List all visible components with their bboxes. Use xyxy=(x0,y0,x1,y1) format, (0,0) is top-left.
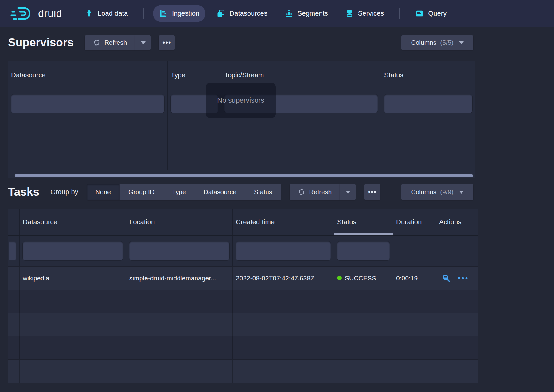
task-actions xyxy=(439,274,468,283)
supervisors-title: Supervisors xyxy=(8,36,74,49)
no-supervisors-overlay: No supervisors xyxy=(206,83,276,118)
task-status: SUCCESS xyxy=(345,275,376,282)
ingestion-chart-icon xyxy=(159,9,168,18)
supervisors-empty-row xyxy=(8,144,475,170)
tasks-filter-row xyxy=(8,235,478,266)
tasks-table: Datasource Location Created time Status … xyxy=(8,209,478,383)
tasks-controls: Tasks Group by None Group ID Type Dataso… xyxy=(8,183,473,201)
supervisors-col-header-datasource[interactable]: Datasource xyxy=(8,61,167,89)
refresh-icon xyxy=(298,188,306,196)
tasks-datasource-filter-input[interactable] xyxy=(23,241,123,260)
nav-divider xyxy=(143,8,144,19)
task-created-time: 2022-08-02T07:42:47.638Z xyxy=(236,275,314,282)
supervisors-refresh-group: Refresh xyxy=(85,35,151,50)
tasks-refresh-button[interactable]: Refresh xyxy=(290,184,340,200)
nav-item-load-data[interactable]: Load data xyxy=(79,5,134,22)
tasks-location-filter-input[interactable] xyxy=(129,241,229,260)
supervisors-horizontal-scrollbar[interactable] xyxy=(15,174,473,177)
group-by-option-datasource[interactable]: Datasource xyxy=(195,184,245,200)
tasks-status-filter-input[interactable] xyxy=(337,241,390,260)
chevron-down-icon xyxy=(346,191,350,194)
nav-item-segments[interactable]: Segments xyxy=(279,5,334,22)
tasks-refresh-caret-button[interactable] xyxy=(340,184,356,200)
group-by-label: Group by xyxy=(50,188,78,196)
nav-item-query[interactable]: Query xyxy=(409,5,453,22)
group-by-option-status[interactable]: Status xyxy=(245,184,281,200)
supervisors-columns-button[interactable]: Columns (5/5) xyxy=(401,35,473,50)
nav-item-datasources[interactable]: Datasources xyxy=(210,5,274,22)
supervisors-col-header-status[interactable]: Status xyxy=(381,61,475,89)
group-by-option-group-id[interactable]: Group ID xyxy=(119,184,163,200)
query-icon xyxy=(415,9,424,18)
refresh-icon xyxy=(93,39,101,47)
tasks-created-time-filter-input[interactable] xyxy=(236,241,331,260)
chevron-down-icon xyxy=(459,191,464,194)
tasks-col-header-duration[interactable]: Duration xyxy=(393,209,436,235)
tasks-col-header-datasource[interactable]: Datasource xyxy=(19,209,126,235)
upload-icon xyxy=(85,9,93,18)
segments-icon xyxy=(285,9,293,18)
tasks-columns-button[interactable]: Columns (9/9) xyxy=(401,184,473,200)
nav-item-services[interactable]: Services xyxy=(339,5,390,22)
supervisors-controls: Supervisors Refresh ••• Columns xyxy=(8,34,473,51)
group-by-option-type[interactable]: Type xyxy=(163,184,195,200)
datasources-icon xyxy=(217,9,225,18)
druid-logo-icon xyxy=(10,6,34,21)
chevron-down-icon xyxy=(459,41,464,44)
services-icon xyxy=(345,9,354,18)
task-duration: 0:00:19 xyxy=(396,275,418,282)
task-empty-row xyxy=(8,336,478,359)
nav-divider xyxy=(399,8,400,19)
task-more-actions-icon[interactable] xyxy=(458,277,468,280)
success-status-dot-icon xyxy=(337,276,342,280)
druid-logo[interactable]: druid xyxy=(10,6,62,21)
group-by-segmented-control: None Group ID Type Datasource Status xyxy=(87,184,281,200)
task-empty-row xyxy=(8,313,478,336)
tasks-title: Tasks xyxy=(8,186,39,198)
task-empty-row xyxy=(8,290,478,313)
chevron-down-icon xyxy=(141,41,146,44)
tasks-refresh-group: Refresh xyxy=(290,184,356,200)
tasks-col-header-location[interactable]: Location xyxy=(126,209,232,235)
top-navbar: druid Load data Ingestion xyxy=(0,0,554,27)
tasks-col-header-status[interactable]: Status xyxy=(334,209,393,235)
tasks-header-row: Datasource Location Created time Status … xyxy=(8,209,478,235)
supervisors-empty-row xyxy=(8,118,475,144)
druid-console: druid Load data Ingestion xyxy=(0,0,554,392)
task-row-wikipedia[interactable]: wikipedia simple-druid-middlemanager... … xyxy=(8,266,478,290)
supervisors-refresh-caret-button[interactable] xyxy=(135,35,151,50)
supervisors-refresh-button[interactable]: Refresh xyxy=(85,35,135,50)
nav-item-ingestion[interactable]: Ingestion xyxy=(153,5,205,22)
group-by-option-none[interactable]: None xyxy=(87,184,119,200)
sort-indicator xyxy=(334,233,393,235)
nav-divider xyxy=(69,8,69,19)
supervisors-table: Datasource Type Topic/Stream Status No s… xyxy=(8,61,475,178)
tasks-col-header-actions[interactable]: Actions xyxy=(436,209,478,235)
supervisors-status-filter-input[interactable] xyxy=(384,94,472,113)
task-datasource: wikipedia xyxy=(23,275,49,282)
tasks-more-button[interactable]: ••• xyxy=(364,184,380,200)
tasks-id-filter-input-fragment[interactable] xyxy=(9,241,16,260)
brand-name: druid xyxy=(38,7,62,19)
supervisors-more-button[interactable]: ••• xyxy=(159,35,175,50)
view-logs-search-icon[interactable] xyxy=(442,274,451,283)
tasks-col-header-created-time[interactable]: Created time xyxy=(232,209,334,235)
task-location: simple-druid-middlemanager... xyxy=(129,275,216,282)
task-empty-row xyxy=(8,359,478,383)
supervisors-datasource-filter-input[interactable] xyxy=(11,94,164,113)
